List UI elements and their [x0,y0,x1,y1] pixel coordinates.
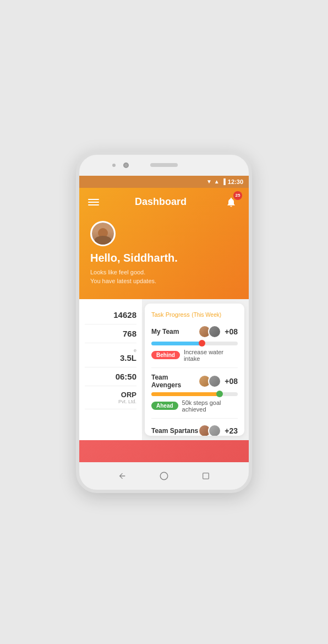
back-icon [118,472,127,480]
team-header-spartans: Team Spartans +23 [151,424,238,436]
progress-fill-avengers [151,392,222,396]
stat-row-2: 768 [85,324,136,343]
avatar-face [92,223,114,245]
progress-bar-avengers [151,392,238,396]
divider-2 [151,418,238,419]
progress-fill-my-team [151,342,205,345]
team-avatars-avengers: +08 [198,375,238,388]
task-card-title: Task Progress (This Week) [151,310,238,318]
badge-behind: Behind [151,351,180,359]
stat-row-5: ORP Pvt. Ltd. [85,386,136,409]
team-avatar-group-3 [198,424,221,436]
notification-button[interactable]: 25 [222,193,240,211]
status-msg-my-team: Increase water intake [184,349,238,362]
status-icons: ▼ ▲ ▐ 12:30 [206,178,243,185]
status-msg-avengers: 50k steps goal achieved [182,399,238,413]
status-bar: ▼ ▲ ▐ 12:30 [79,176,249,188]
subtitle-text: Looks like feel good. You have latest up… [90,268,238,286]
greeting-text: Hello, Siddharth. [90,252,238,264]
main-content: 14628 768 e 3.5L 06:50 ORP Pvt. Ltd. [79,299,249,440]
menu-button[interactable] [88,199,99,205]
progress-dot-my-team [199,340,205,347]
time-display: 12:30 [228,178,243,185]
bottom-bar [79,440,249,462]
recent-icon [201,472,210,480]
team-avatar-2b [208,375,221,388]
avatar [90,221,116,246]
stat-row-3: e 3.5L [85,343,136,367]
team-row-avengers: Team Avengers +08 [151,374,238,413]
user-section: Hello, Siddharth. Looks like feel good. … [88,221,240,286]
team-header-my-team: My Team +08 [151,325,238,338]
svg-rect-1 [203,473,209,479]
task-progress-card: Task Progress (This Week) My Team +08 [145,304,244,436]
stat-value-5: ORP [85,391,136,399]
stat-value-2: 768 [85,329,136,338]
speaker [150,163,178,167]
stat-row-4: 06:50 [85,367,136,386]
bottom-bezel [79,462,249,490]
stat-value-1: 14628 [85,310,136,320]
team-name-spartans: Team Spartans [151,427,198,435]
notification-badge: 25 [233,191,242,200]
badge-ahead: Ahead [151,402,178,410]
team-avatar-group-1 [198,325,221,338]
dot [112,164,116,167]
svg-point-0 [160,472,168,480]
team-row-my-team: My Team +08 [151,325,238,362]
divider-1 [151,367,238,368]
home-button[interactable] [158,470,170,482]
stat-value-4: 06:50 [85,372,136,381]
team-row-spartans: Team Spartans +23 [151,424,238,436]
team-name-my-team: My Team [151,328,179,335]
team-avatar-group-2 [198,375,221,388]
progress-dot-avengers [216,391,223,397]
signal-icon: ▲ [214,178,220,185]
header-top: Dashboard 25 [88,193,240,211]
team-avatars-my-team: +08 [198,325,238,338]
team-count-spartans: +23 [225,426,238,435]
status-row-avengers: Ahead 50k steps goal achieved [151,399,238,413]
team-count-my-team: +08 [225,327,238,336]
back-button[interactable] [116,470,128,482]
stat-row-1: 14628 [85,306,136,324]
app-header: Dashboard 25 Hello, Siddharth. Looks lik… [79,188,249,299]
camera [123,163,129,168]
team-avatar-1b [208,325,221,338]
home-icon [159,471,169,481]
status-row-my-team: Behind Increase water intake [151,349,238,362]
page-title: Dashboard [135,196,187,208]
progress-bar-my-team [151,342,238,345]
stat-value-3: 3.5L [85,353,136,362]
team-avatar-3b [208,424,221,436]
team-name-avengers: Team Avengers [151,374,198,389]
battery-icon: ▐ [222,178,226,185]
phone-frame: ▼ ▲ ▐ 12:30 Dashboard 25 [76,151,252,493]
left-panel: 14628 768 e 3.5L 06:50 ORP Pvt. Ltd. [79,299,143,440]
top-bezel [79,155,249,176]
recent-button[interactable] [200,470,212,482]
wifi-icon: ▼ [206,178,212,185]
team-count-avengers: +08 [225,377,238,386]
screen: ▼ ▲ ▐ 12:30 Dashboard 25 [79,176,249,462]
team-avatars-spartans: +23 [198,424,238,436]
team-header-avengers: Team Avengers +08 [151,374,238,389]
